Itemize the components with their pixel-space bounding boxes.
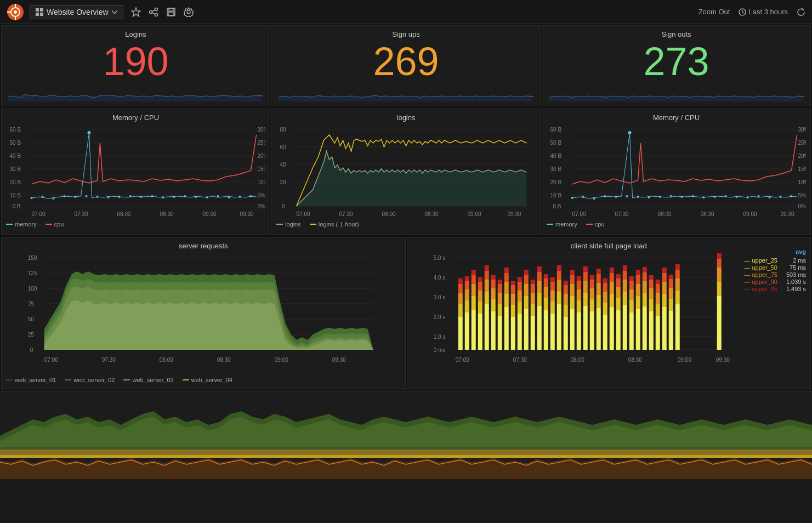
svg-text:07:30: 07:30 bbox=[513, 357, 526, 363]
svg-point-123 bbox=[714, 196, 716, 198]
chart-memory-cpu-1-title: Memory / CPU bbox=[6, 113, 265, 122]
svg-rect-275 bbox=[596, 295, 600, 308]
svg-point-55 bbox=[140, 196, 143, 198]
svg-point-65 bbox=[250, 195, 252, 197]
svg-rect-194 bbox=[491, 311, 495, 350]
svg-rect-195 bbox=[491, 299, 495, 311]
svg-text:25: 25 bbox=[28, 332, 35, 338]
svg-point-49 bbox=[86, 195, 88, 197]
svg-point-64 bbox=[239, 196, 241, 198]
overview-row bbox=[0, 391, 812, 479]
svg-rect-310 bbox=[642, 293, 646, 306]
svg-rect-267 bbox=[583, 272, 587, 281]
svg-rect-334 bbox=[675, 304, 679, 350]
svg-rect-319 bbox=[655, 316, 660, 350]
svg-point-111 bbox=[593, 197, 595, 200]
memory-cpu-2-svg: 60 B 50 B 40 B 30 B 20 B 10 B 0 B 30% 25… bbox=[547, 124, 806, 217]
chart-memory-cpu-2-legend: memory cpu bbox=[547, 221, 806, 228]
svg-rect-226 bbox=[530, 293, 535, 304]
svg-rect-253 bbox=[563, 281, 567, 285]
svg-rect-323 bbox=[655, 280, 660, 284]
svg-rect-299 bbox=[629, 312, 633, 350]
svg-rect-305 bbox=[635, 296, 640, 309]
svg-rect-313 bbox=[642, 267, 646, 272]
svg-point-121 bbox=[692, 195, 694, 197]
svg-text:5%: 5% bbox=[798, 192, 807, 198]
legend-cpu-2: cpu bbox=[586, 221, 605, 228]
server-requests-svg: 150 125 100 75 50 25 0 07:00 07:30 08:00 bbox=[6, 252, 401, 373]
svg-rect-248 bbox=[557, 265, 561, 271]
svg-rect-7 bbox=[40, 8, 43, 12]
stat-panel-signups: Sign ups 269 bbox=[271, 25, 541, 106]
svg-rect-8 bbox=[36, 13, 39, 16]
zoom-out-button[interactable]: Zoom Out bbox=[699, 8, 730, 16]
refresh-icon[interactable] bbox=[797, 8, 805, 16]
svg-text:20%: 20% bbox=[258, 153, 266, 159]
chevron-down-icon bbox=[112, 9, 117, 15]
svg-text:80: 80 bbox=[280, 127, 287, 133]
svg-rect-209 bbox=[510, 317, 515, 350]
svg-rect-228 bbox=[530, 280, 535, 284]
svg-rect-191 bbox=[484, 280, 489, 292]
svg-rect-243 bbox=[550, 277, 554, 282]
svg-rect-234 bbox=[543, 310, 548, 350]
svg-rect-187 bbox=[478, 282, 482, 291]
svg-rect-173 bbox=[458, 278, 462, 284]
svg-text:15%: 15% bbox=[258, 166, 266, 172]
svg-point-11 bbox=[155, 8, 157, 10]
time-range-display[interactable]: Last 3 hours bbox=[739, 8, 788, 16]
svg-text:07:30: 07:30 bbox=[615, 211, 629, 217]
chart-server-requests-area: 150 125 100 75 50 25 0 07:00 07:30 08:00 bbox=[6, 252, 401, 374]
logins-svg: 80 60 40 20 0 07:00 07:30 08:00 08:30 09… bbox=[276, 124, 536, 217]
svg-text:5%: 5% bbox=[258, 192, 266, 198]
svg-text:08:30: 08:30 bbox=[217, 357, 231, 363]
legend-ws04-dot bbox=[183, 379, 189, 380]
legend-logins-1h: logins (-1 hour) bbox=[310, 221, 359, 228]
svg-rect-215 bbox=[517, 302, 521, 314]
svg-text:0 B: 0 B bbox=[13, 203, 21, 209]
svg-text:07:00: 07:00 bbox=[297, 211, 310, 217]
dashboard-title-label: Website Overview bbox=[47, 8, 109, 16]
chart-memory-cpu-2: Memory / CPU 60 B 50 B 40 B 30 B 20 B 10… bbox=[542, 109, 811, 235]
dashboard-title-button[interactable]: Website Overview bbox=[30, 5, 123, 19]
chart-logins-title: logins bbox=[276, 113, 536, 122]
svg-point-112 bbox=[604, 195, 606, 197]
svg-text:07:00: 07:00 bbox=[44, 357, 58, 363]
settings-icon[interactable] bbox=[184, 7, 194, 17]
svg-point-53 bbox=[118, 196, 121, 198]
svg-text:08:00: 08:00 bbox=[117, 211, 131, 217]
svg-text:08:00: 08:00 bbox=[570, 357, 584, 363]
svg-rect-247 bbox=[557, 271, 561, 280]
svg-rect-304 bbox=[635, 309, 640, 350]
svg-point-63 bbox=[228, 196, 230, 198]
svg-point-47 bbox=[64, 195, 66, 197]
share-icon[interactable] bbox=[149, 7, 158, 17]
svg-rect-270 bbox=[589, 299, 594, 311]
svg-text:08:00: 08:00 bbox=[658, 211, 672, 217]
svg-rect-330 bbox=[668, 299, 673, 311]
svg-rect-223 bbox=[524, 270, 528, 275]
svg-rect-256 bbox=[570, 284, 574, 296]
legend-upper50: — upper_50 75 ms bbox=[744, 264, 806, 271]
svg-rect-254 bbox=[570, 309, 574, 350]
svg-text:30 B: 30 B bbox=[10, 166, 21, 172]
svg-text:40: 40 bbox=[280, 162, 287, 168]
svg-text:3.0 s: 3.0 s bbox=[433, 294, 445, 300]
svg-rect-255 bbox=[570, 296, 574, 309]
save-icon[interactable] bbox=[166, 7, 176, 17]
svg-point-59 bbox=[184, 195, 186, 197]
star-icon[interactable] bbox=[131, 7, 141, 17]
chart-row-2: server requests 150 125 100 75 50 25 0 bbox=[0, 236, 812, 391]
svg-rect-339 bbox=[717, 296, 721, 350]
legend-logins-1h-dot bbox=[310, 224, 316, 225]
svg-rect-207 bbox=[504, 273, 508, 282]
svg-text:25%: 25% bbox=[798, 140, 807, 146]
svg-text:25%: 25% bbox=[258, 140, 266, 146]
svg-text:50 B: 50 B bbox=[550, 140, 562, 146]
svg-text:100: 100 bbox=[28, 286, 37, 292]
svg-text:07:30: 07:30 bbox=[102, 357, 116, 363]
legend-ws03-dot bbox=[123, 379, 130, 380]
svg-rect-246 bbox=[557, 280, 561, 292]
svg-rect-6 bbox=[36, 8, 39, 12]
stat-logins-sparkline bbox=[8, 83, 263, 101]
